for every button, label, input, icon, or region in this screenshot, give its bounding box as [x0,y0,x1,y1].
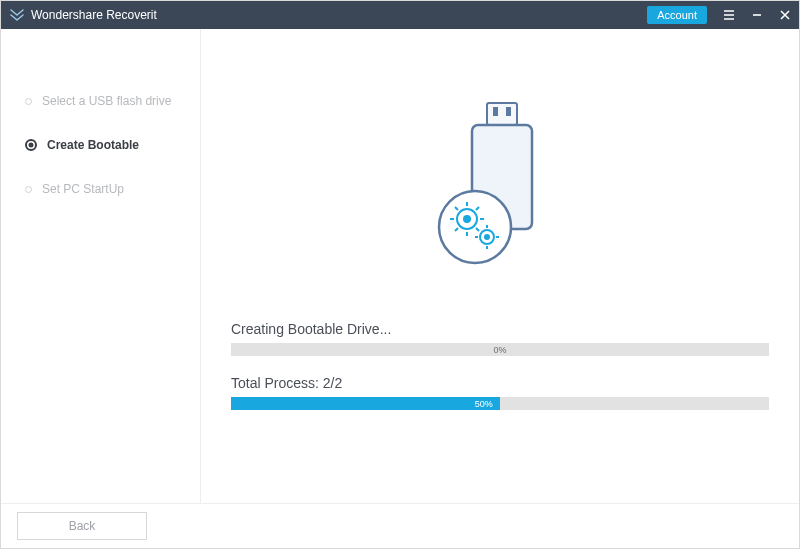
back-button[interactable]: Back [17,512,147,540]
footer: Back [1,503,799,548]
svg-rect-1 [493,107,498,116]
step-bullet-icon [25,186,32,193]
content-area: Select a USB flash drive Create Bootable… [1,29,799,504]
step-label: Create Bootable [47,138,139,152]
minimize-icon[interactable] [743,1,771,29]
svg-point-4 [439,191,511,263]
svg-point-6 [464,216,470,222]
usb-drive-illustration-icon [425,99,575,273]
progress-label: Total Process: 2/2 [231,375,769,391]
close-icon[interactable] [771,1,799,29]
svg-point-8 [485,235,489,239]
step-label: Set PC StartUp [42,182,124,196]
progress-bar: 50% [231,397,769,410]
progress-percent-text: 0% [493,343,506,356]
app-title: Wondershare Recoverit [31,8,157,22]
svg-rect-0 [487,103,517,125]
step-bullet-icon [25,98,32,105]
sidebar: Select a USB flash drive Create Bootable… [1,29,201,504]
progress-percent-text: 50% [475,397,493,410]
progress-label: Creating Bootable Drive... [231,321,769,337]
progress-fill [231,397,500,410]
progress-total: Total Process: 2/2 50% [231,375,769,410]
step-select-usb[interactable]: Select a USB flash drive [1,84,200,118]
progress-bar: 0% [231,343,769,356]
main-panel: Creating Bootable Drive... 0% Total Proc… [201,29,799,504]
step-create-bootable[interactable]: Create Bootable [1,128,200,162]
app-logo-icon [9,7,25,23]
step-set-pc-startup[interactable]: Set PC StartUp [1,172,200,206]
svg-rect-2 [506,107,511,116]
progress-creating-bootable: Creating Bootable Drive... 0% [231,321,769,356]
account-button[interactable]: Account [647,6,707,24]
titlebar: Wondershare Recoverit Account [1,1,799,29]
menu-icon[interactable] [715,1,743,29]
step-bullet-icon [25,139,37,151]
step-label: Select a USB flash drive [42,94,171,108]
